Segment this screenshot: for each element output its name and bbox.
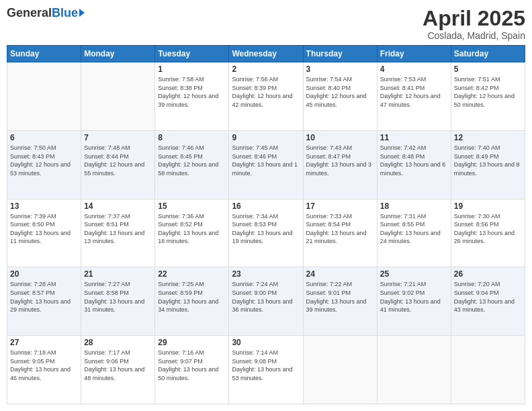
day-info: Sunrise: 7:50 AMSunset: 8:43 PMDaylight:… [10, 144, 78, 177]
day-number: 1 [158, 64, 226, 74]
title-block: April 2025 Coslada, Madrid, Spain [423, 7, 525, 41]
day-info: Sunrise: 7:54 AMSunset: 8:40 PMDaylight:… [306, 75, 374, 109]
table-row: 18Sunrise: 7:31 AMSunset: 8:55 PMDayligh… [377, 199, 451, 267]
table-row: 12Sunrise: 7:40 AMSunset: 8:49 PMDayligh… [451, 130, 525, 199]
day-info: Sunrise: 7:45 AMSunset: 8:46 PMDaylight:… [232, 144, 300, 177]
day-info: Sunrise: 7:51 AMSunset: 8:42 PMDaylight:… [454, 75, 522, 109]
day-info: Sunrise: 7:40 AMSunset: 8:49 PMDaylight:… [454, 144, 522, 177]
day-number: 23 [232, 269, 300, 279]
table-row: 2Sunrise: 7:56 AMSunset: 8:39 PMDaylight… [229, 62, 303, 131]
day-number: 24 [306, 269, 374, 279]
table-row: 17Sunrise: 7:33 AMSunset: 8:54 PMDayligh… [303, 199, 377, 267]
table-row: 16Sunrise: 7:34 AMSunset: 8:53 PMDayligh… [229, 199, 303, 267]
day-info: Sunrise: 7:31 AMSunset: 8:55 PMDaylight:… [380, 212, 448, 246]
day-info: Sunrise: 7:39 AMSunset: 8:50 PMDaylight:… [10, 212, 78, 246]
table-row: 26Sunrise: 7:20 AMSunset: 9:04 PMDayligh… [451, 267, 525, 336]
day-number: 3 [306, 64, 374, 74]
day-number: 20 [10, 269, 78, 279]
table-row: 8Sunrise: 7:46 AMSunset: 8:45 PMDaylight… [155, 130, 229, 199]
calendar-week-row: 6Sunrise: 7:50 AMSunset: 8:43 PMDaylight… [7, 130, 525, 199]
day-number: 25 [380, 269, 448, 279]
day-info: Sunrise: 7:56 AMSunset: 8:39 PMDaylight:… [232, 75, 300, 109]
day-number: 7 [84, 133, 152, 142]
day-number: 5 [454, 64, 522, 74]
table-row [7, 62, 81, 131]
day-info: Sunrise: 7:43 AMSunset: 8:47 PMDaylight:… [306, 144, 374, 177]
table-row: 10Sunrise: 7:43 AMSunset: 8:47 PMDayligh… [303, 130, 377, 199]
day-info: Sunrise: 7:20 AMSunset: 9:04 PMDaylight:… [454, 280, 522, 314]
day-info: Sunrise: 7:37 AMSunset: 8:51 PMDaylight:… [84, 212, 152, 246]
day-number: 26 [454, 269, 522, 279]
calendar-week-row: 13Sunrise: 7:39 AMSunset: 8:50 PMDayligh… [7, 199, 525, 267]
day-number: 13 [10, 201, 78, 211]
day-info: Sunrise: 7:33 AMSunset: 8:54 PMDaylight:… [306, 212, 374, 246]
day-info: Sunrise: 7:17 AMSunset: 9:06 PMDaylight:… [84, 349, 152, 382]
table-row: 15Sunrise: 7:36 AMSunset: 8:52 PMDayligh… [155, 199, 229, 267]
table-row: 25Sunrise: 7:21 AMSunset: 9:02 PMDayligh… [377, 267, 451, 336]
calendar-week-row: 27Sunrise: 7:18 AMSunset: 9:05 PMDayligh… [7, 336, 525, 404]
table-row [451, 336, 525, 404]
day-info: Sunrise: 7:21 AMSunset: 9:02 PMDaylight:… [380, 280, 448, 314]
day-number: 27 [10, 338, 78, 347]
table-row [81, 62, 155, 131]
col-saturday: Saturday [451, 46, 525, 62]
calendar-week-row: 20Sunrise: 7:28 AMSunset: 8:57 PMDayligh… [7, 267, 525, 336]
day-number: 22 [158, 269, 226, 279]
calendar-table: Sunday Monday Tuesday Wednesday Thursday… [7, 45, 525, 404]
logo-arrow-icon [79, 9, 85, 17]
table-row [303, 336, 377, 404]
month-year: April 2025 [423, 7, 525, 30]
table-row: 7Sunrise: 7:48 AMSunset: 8:44 PMDaylight… [81, 130, 155, 199]
table-row: 30Sunrise: 7:14 AMSunset: 9:08 PMDayligh… [229, 336, 303, 404]
table-row: 24Sunrise: 7:22 AMSunset: 9:01 PMDayligh… [303, 267, 377, 336]
logo: General Blue [7, 7, 85, 19]
day-number: 10 [306, 133, 374, 142]
calendar-header-row: Sunday Monday Tuesday Wednesday Thursday… [7, 46, 525, 62]
calendar-week-row: 1Sunrise: 7:58 AMSunset: 8:38 PMDaylight… [7, 62, 525, 131]
day-info: Sunrise: 7:14 AMSunset: 9:08 PMDaylight:… [232, 349, 300, 382]
day-number: 15 [158, 201, 226, 211]
day-info: Sunrise: 7:48 AMSunset: 8:44 PMDaylight:… [84, 144, 152, 177]
day-number: 19 [454, 201, 522, 211]
day-number: 30 [232, 338, 300, 347]
day-number: 21 [84, 269, 152, 279]
day-info: Sunrise: 7:46 AMSunset: 8:45 PMDaylight:… [158, 144, 226, 177]
logo-general-text: General [7, 7, 52, 19]
day-number: 18 [380, 201, 448, 211]
table-row: 9Sunrise: 7:45 AMSunset: 8:46 PMDaylight… [229, 130, 303, 199]
day-number: 11 [380, 133, 448, 142]
day-number: 4 [380, 64, 448, 74]
day-info: Sunrise: 7:24 AMSunset: 9:00 PMDaylight:… [232, 280, 300, 314]
col-friday: Friday [377, 46, 451, 62]
table-row: 13Sunrise: 7:39 AMSunset: 8:50 PMDayligh… [7, 199, 81, 267]
table-row: 19Sunrise: 7:30 AMSunset: 8:56 PMDayligh… [451, 199, 525, 267]
header: General Blue April 2025 Coslada, Madrid,… [7, 7, 525, 41]
day-number: 6 [10, 133, 78, 142]
table-row: 22Sunrise: 7:25 AMSunset: 8:59 PMDayligh… [155, 267, 229, 336]
logo-blue-text: Blue [52, 7, 85, 19]
day-info: Sunrise: 7:36 AMSunset: 8:52 PMDaylight:… [158, 212, 226, 246]
table-row: 4Sunrise: 7:53 AMSunset: 8:41 PMDaylight… [377, 62, 451, 131]
table-row: 3Sunrise: 7:54 AMSunset: 8:40 PMDaylight… [303, 62, 377, 131]
day-number: 28 [84, 338, 152, 347]
day-info: Sunrise: 7:42 AMSunset: 8:48 PMDaylight:… [380, 144, 448, 177]
day-info: Sunrise: 7:58 AMSunset: 8:38 PMDaylight:… [158, 75, 226, 109]
day-info: Sunrise: 7:25 AMSunset: 8:59 PMDaylight:… [158, 280, 226, 314]
table-row: 23Sunrise: 7:24 AMSunset: 9:00 PMDayligh… [229, 267, 303, 336]
page: General Blue April 2025 Coslada, Madrid,… [0, 0, 532, 411]
table-row: 6Sunrise: 7:50 AMSunset: 8:43 PMDaylight… [7, 130, 81, 199]
day-number: 17 [306, 201, 374, 211]
table-row: 14Sunrise: 7:37 AMSunset: 8:51 PMDayligh… [81, 199, 155, 267]
table-row: 21Sunrise: 7:27 AMSunset: 8:58 PMDayligh… [81, 267, 155, 336]
table-row: 28Sunrise: 7:17 AMSunset: 9:06 PMDayligh… [81, 336, 155, 404]
day-info: Sunrise: 7:27 AMSunset: 8:58 PMDaylight:… [84, 280, 152, 314]
col-wednesday: Wednesday [229, 46, 303, 62]
table-row: 27Sunrise: 7:18 AMSunset: 9:05 PMDayligh… [7, 336, 81, 404]
table-row: 20Sunrise: 7:28 AMSunset: 8:57 PMDayligh… [7, 267, 81, 336]
day-info: Sunrise: 7:18 AMSunset: 9:05 PMDaylight:… [10, 349, 78, 382]
day-number: 8 [158, 133, 226, 142]
col-monday: Monday [81, 46, 155, 62]
location: Coslada, Madrid, Spain [423, 30, 525, 41]
col-sunday: Sunday [7, 46, 81, 62]
day-info: Sunrise: 7:16 AMSunset: 9:07 PMDaylight:… [158, 349, 226, 382]
